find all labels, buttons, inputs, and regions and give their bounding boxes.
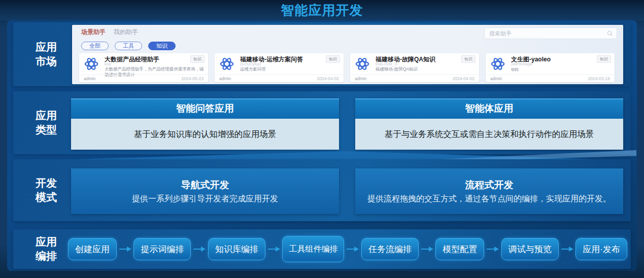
type-box-body: 基于与业务系统交互或需自主决策和执行动作的应用场景 [355,119,623,150]
flow-arrow-icon [119,246,131,252]
step-app-publish[interactable]: 应用·发布 [575,238,627,260]
step-debug-preview[interactable]: 调试与预览 [501,238,559,260]
page-title: 智能应用开发 [281,2,363,19]
search-box [484,27,617,39]
section-app-market: 应用 市场 场景助手 我的助手 全部 工具 [13,22,631,86]
section-label-line: 编排 [36,249,57,263]
flow-arrow-icon [193,246,206,252]
assistant-card[interactable]: 福建移动-运维方案问答 知识 UnOUCyfsuit 运维方案问答 admin … [215,53,344,82]
card-description: 福建移动-故障QA知识 [376,66,475,72]
card-date: 2024-04-02 [453,76,474,81]
filter-tools[interactable]: 工具 [115,42,142,50]
flow-arrow-icon [487,246,499,252]
filter-pills: 全部 工具 知识 [81,42,176,50]
section-label-line: 应用 [36,40,57,54]
section-label-line: 应用 [36,109,57,123]
tab-scene-assistant[interactable]: 场景助手 [81,28,106,37]
section-label-line: 类型 [36,123,57,137]
assistant-card[interactable]: 福建移动-故障QA知识 知识 EMc-GVM_-9 福建移动-故障QA知识 ad… [350,53,479,82]
card-footer: admin 2024-03-18 [486,75,615,82]
card-tag-badge: 知识 [326,55,340,63]
card-date: 2024-03-18 [588,76,610,81]
card-subtitle: mNPSVWqW [511,62,532,66]
assistant-logo-icon [490,56,506,72]
mode-box-title: 流程式开发 [465,179,514,192]
card-tag-badge: 知识 [597,55,611,63]
card-owner: admin [84,76,95,81]
step-tool-component-orchestration[interactable]: 工具组件编排 [282,236,344,262]
section-orchestration: 应用 编排 创建应用 提示词编排 知识库编排 工具组件编排 [13,229,631,269]
infographic-canvas: 智能应用开发 应用 市场 场景助手 我的助手 [0,0,644,278]
flow-arrow-icon [268,246,280,252]
filter-all[interactable]: 全部 [81,42,109,50]
assistant-card[interactable]: 大数据产品经理助手 知识 krist 大数据产品经理助手，为产品经理提供需求查询… [79,53,208,82]
card-footer: admin 2024-04-02 [350,75,479,82]
section-label-app-types: 应用 类型 [36,109,57,136]
flow-arrow-icon [561,246,573,252]
card-owner: admin [219,76,231,81]
step-taskflow-orchestration[interactable]: 任务流编排 [361,238,419,260]
mode-box-title: 导航式开发 [181,179,229,192]
card-date: 2024-05-23 [182,76,204,81]
section-label-orchestration: 应用 编排 [36,235,57,263]
step-prompt-orchestration[interactable]: 提示词编排 [133,238,191,260]
assistant-card[interactable]: 文生图-yaoleo 知识 mNPSVWqW qqq admin 2024-03… [486,53,615,82]
type-box-agent: 智能体应用 基于与业务系统交互或需自主决策和执行动作的应用场景 [355,98,623,150]
card-description: qqq [511,66,611,72]
card-owner: admin [490,76,502,81]
mode-box-guided: 导航式开发 提供一系列步骤引导开发者完成应用开发 [71,168,339,214]
section-label-app-market: 应用 市场 [36,40,57,68]
card-title: 大数据产品经理助手 [105,55,159,64]
step-knowledge-orchestration[interactable]: 知识库编排 [208,238,265,260]
flow-arrow-icon [421,246,433,252]
marketplace-screenshot: 场景助手 我的助手 全部 工具 知识 [72,25,623,84]
search-icon[interactable] [607,30,613,37]
section-label-line: 应用 [36,235,57,249]
step-model-config[interactable]: 模型配置 [435,238,484,260]
assistant-logo-icon [219,56,235,72]
section-dev-modes: 开发 模式 导航式开发 提供一系列步骤引导开发者完成应用开发 流程式开发 提供流… [13,159,631,221]
type-box-header: 智能体应用 [355,98,623,119]
title-bar: 智能应用开发 [0,0,644,20]
card-subtitle: EMc-GVM_-9 [376,62,397,66]
mode-box-flow: 流程式开发 提供流程拖拽的交互方式，通过各节点间的编排，实现应用的开发。 [355,168,623,214]
card-description: 运维方案问答 [240,66,340,72]
card-tag-badge: 知识 [461,55,476,63]
card-footer: admin 2024-04-02 [215,75,344,82]
section-label-line: 开发 [36,176,57,190]
tab-my-assistant[interactable]: 我的助手 [114,28,138,37]
search-input[interactable] [488,30,607,37]
type-box-body: 基于业务知识库的认知增强的应用场景 [71,119,339,150]
card-footer: admin 2024-05-23 [79,75,208,82]
assistant-logo-icon [83,56,99,72]
step-create-app[interactable]: 创建应用 [68,238,117,260]
filter-knowledge[interactable]: 知识 [148,42,176,50]
flow-arrow-icon [347,246,359,252]
assistant-logo-icon [354,56,370,72]
section-label-line: 市场 [36,54,57,68]
mode-box-desc: 提供一系列步骤引导开发者完成应用开发 [132,194,278,204]
section-label-line: 模式 [36,190,57,204]
card-owner: admin [355,76,366,81]
card-date: 2024-04-02 [317,76,339,81]
section-app-types: 应用 类型 智能问答应用 基于业务知识库的认知增强的应用场景 智能体应用 基于与… [13,91,631,154]
type-box-qa: 智能问答应用 基于业务知识库的认知增强的应用场景 [71,98,339,150]
mode-box-desc: 提供流程拖拽的交互方式，通过各节点间的编排，实现应用的开发。 [367,194,611,204]
card-subtitle: krist [105,62,111,66]
orchestration-flow: 创建应用 提示词编排 知识库编排 工具组件编排 任务流编排 [68,229,627,269]
card-subtitle: UnOUCyfsuit [240,62,261,66]
type-box-header: 智能问答应用 [71,98,339,119]
section-label-dev-modes: 开发 模式 [36,176,57,204]
main-panel: 应用 市场 场景助手 我的助手 全部 工具 [7,20,637,271]
marketplace-tabs: 场景助手 我的助手 [81,28,138,37]
card-tag-badge: 知识 [190,55,205,63]
assistant-card-list: 大数据产品经理助手 知识 krist 大数据产品经理助手，为产品经理提供需求查询… [79,53,615,82]
